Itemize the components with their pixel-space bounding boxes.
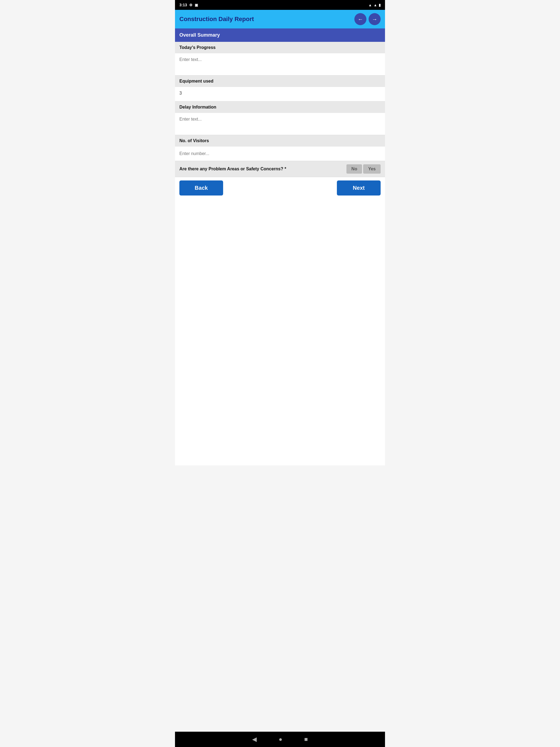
nav-back-button[interactable]: ← <box>354 13 366 25</box>
main-content: Overall Summary Today's Progress Equipme… <box>175 28 385 465</box>
wifi-icon: ▲ <box>368 3 372 7</box>
content-spacer <box>175 465 385 732</box>
battery-icon: ▮ <box>379 3 381 7</box>
field-label-todays-progress: Today's Progress <box>175 42 385 53</box>
android-recents-icon[interactable]: ■ <box>304 736 308 743</box>
delay-information-input[interactable] <box>175 113 385 135</box>
field-label-delay-information: Delay Information <box>175 101 385 113</box>
problem-areas-no-button[interactable]: No <box>347 164 362 174</box>
android-home-icon[interactable]: ● <box>279 736 282 743</box>
problem-areas-yes-button[interactable]: Yes <box>363 164 381 174</box>
page-title: Construction Daily Report <box>179 16 254 23</box>
sim-icon: ▣ <box>195 3 198 7</box>
status-bar-right: ▲ ▲ ▮ <box>368 3 381 7</box>
next-button[interactable]: Next <box>337 180 381 196</box>
status-bar-left: 3:13 ⚙ ▣ <box>179 3 198 7</box>
settings-icon: ⚙ <box>189 3 193 7</box>
signal-icon: ▲ <box>374 3 377 7</box>
android-back-icon[interactable]: ◀ <box>252 736 257 743</box>
toolbar: Construction Daily Report ← → <box>175 10 385 28</box>
problem-areas-toggle-group: No Yes <box>347 164 381 174</box>
android-nav-bar: ◀ ● ■ <box>175 732 385 747</box>
back-button[interactable]: Back <box>179 180 223 196</box>
field-label-equipment-used: Equipment used <box>175 75 385 87</box>
no-of-visitors-input[interactable] <box>175 147 385 161</box>
nav-forward-button[interactable]: → <box>368 13 381 25</box>
field-label-problem-areas: Are there any Problem Areas or Safety Co… <box>175 161 385 177</box>
status-bar: 3:13 ⚙ ▣ ▲ ▲ ▮ <box>175 0 385 10</box>
toolbar-nav: ← → <box>354 13 381 25</box>
field-label-no-of-visitors: No. of Visitors <box>175 135 385 147</box>
section-overall-summary: Overall Summary <box>175 28 385 42</box>
equipment-used-value[interactable]: 3 <box>175 87 385 101</box>
action-bar: Back Next <box>175 177 385 199</box>
todays-progress-input[interactable] <box>175 53 385 75</box>
status-time: 3:13 <box>179 3 187 7</box>
